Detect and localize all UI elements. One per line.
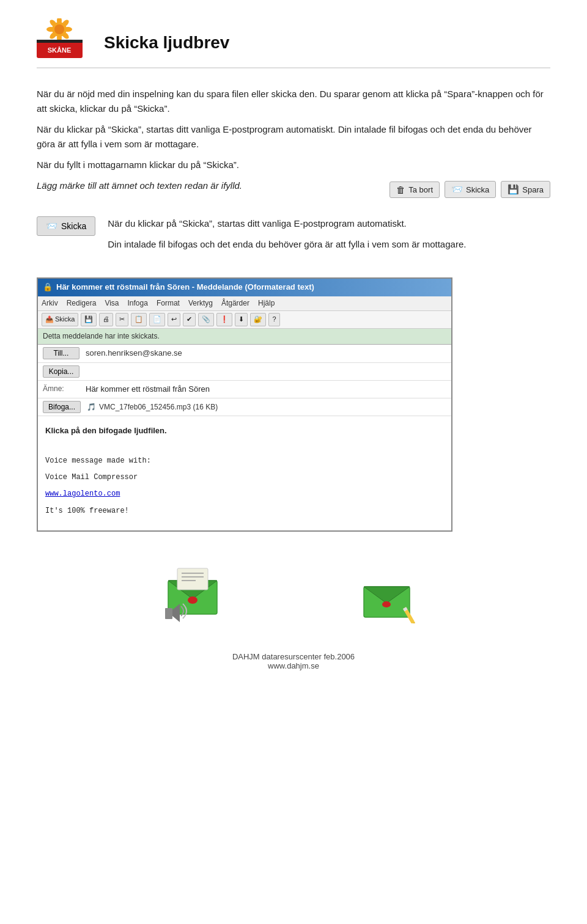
svg-rect-16 [177, 568, 208, 590]
trash-icon: 🗑 [396, 185, 405, 195]
main-content: När du är nöjd med din inspelning kan du… [37, 87, 550, 628]
body-link: www.lagolento.com [45, 488, 444, 500]
svg-text:SKÅNE: SKÅNE [48, 46, 72, 54]
page-title: Skicka ljudbrev [104, 33, 229, 53]
italic-text: Lägg märke till att ämnet och texten red… [37, 178, 365, 193]
skicka-toolbar-label: Skicka [466, 185, 489, 194]
skicka-desc-1: När du klickar på “Skicka”, startas ditt… [108, 216, 466, 231]
till-button[interactable]: Till... [43, 347, 79, 359]
email-tb-copy[interactable]: 📋 [131, 313, 147, 326]
svg-point-9 [54, 24, 64, 34]
email-status-bar: Detta meddelande har inte skickats. [38, 329, 451, 345]
body-line1: Klicka på den bifogade ljudfilen. [45, 425, 444, 438]
body-line4: Voice Mail Compressor [45, 472, 444, 483]
email-amne-row: Ämne: Här kommer ett röstmail från Sören [38, 381, 451, 399]
kopia-button[interactable]: Kopia... [43, 365, 79, 378]
svg-rect-20 [165, 608, 172, 619]
inline-text-col: Lägg märke till att ämnet och texten red… [37, 178, 365, 199]
till-value: soren.henriksen@skane.se [86, 347, 182, 360]
menu-redigera[interactable]: Redigera [67, 298, 97, 309]
email-tb-skicka-label: Skicka [55, 314, 75, 325]
body-line3: Voice message made with: [45, 455, 444, 467]
attach-file: 🎵 VMC_17feb06_152456.mp3 (16 KB) [87, 402, 218, 413]
email-tb-print[interactable]: 🖨 [99, 313, 113, 326]
bifoga-button[interactable]: Bifoga... [43, 401, 81, 413]
spara-toolbar-button[interactable]: 💾 Spara [501, 181, 550, 198]
paragraph-3: När du fyllt i mottagarnamn klickar du p… [37, 158, 550, 172]
spara-toolbar-label: Spara [522, 185, 544, 194]
footer-line2: www.dahjm.se [37, 661, 550, 670]
email-window: 🔒 Här kommer ett röstmail från Sören - M… [37, 277, 452, 532]
menu-verktyg[interactable]: Verktyg [188, 298, 213, 309]
skicka-desc-2: Din intalade fil bifogas och det enda du… [108, 237, 466, 252]
svg-rect-12 [37, 40, 83, 43]
svg-point-7 [46, 27, 55, 32]
menu-arkiv[interactable]: Arkiv [42, 298, 58, 309]
kopia-label: Kopia... [49, 367, 74, 376]
email-tb-cut[interactable]: ✂ [116, 313, 128, 326]
email-body: Klicka på den bifogade ljudfilen. Voice … [38, 416, 451, 530]
email-tb-undo[interactable]: ↩ [168, 313, 180, 326]
email-tb-help[interactable]: ? [268, 313, 279, 326]
skane-logo: SKÅNE [37, 18, 83, 58]
save-icon: 💾 [508, 184, 519, 195]
lock-icon: 🔒 [43, 281, 53, 294]
header: SKÅNE Skicka ljudbrev [37, 18, 550, 68]
skicka-section: 📨 Skicka När du klickar på “Skicka”, sta… [37, 209, 550, 268]
email-bifoga-row: Bifoga... 🎵 VMC_17feb06_152456.mp3 (16 K… [38, 398, 451, 416]
ta-bort-label: Ta bort [408, 185, 433, 194]
email-tb-paste[interactable]: 📄 [149, 313, 165, 326]
skicka-description: När du klickar på “Skicka”, startas ditt… [108, 216, 466, 258]
paragraph-2: När du klickar på “Skicka”, startas ditt… [37, 122, 550, 152]
skicka-standalone-label: Skicka [61, 221, 86, 231]
email-tb-skicka[interactable]: 📤 Skicka [42, 313, 78, 326]
ta-bort-button[interactable]: 🗑 Ta bort [389, 182, 440, 198]
page-container: SKÅNE Skicka ljudbrev När du är nöjd med… [0, 0, 587, 707]
email-send-icon: 📤 [45, 314, 54, 325]
envelope-left [165, 562, 238, 628]
menu-hjalp[interactable]: Hjälp [258, 298, 275, 309]
till-label: Till... [54, 349, 69, 358]
menu-atgarder[interactable]: Åtgärder [221, 298, 249, 309]
email-tb-down[interactable]: ⬇ [235, 313, 248, 326]
menu-format[interactable]: Format [157, 298, 180, 309]
skicka-standalone-icon: 📨 [46, 221, 57, 232]
email-tb-save[interactable]: 💾 [81, 313, 97, 326]
envelope-right [361, 571, 422, 628]
email-till-row: Till... soren.henriksen@skane.se [38, 345, 451, 363]
send-icon: 📨 [451, 184, 463, 195]
email-window-title: Här kommer ett röstmail från Sören - Med… [56, 281, 314, 294]
email-kopia-row: Kopia... [38, 363, 451, 381]
svg-point-15 [188, 596, 198, 604]
menu-infoga[interactable]: Infoga [128, 298, 148, 309]
music-icon: 🎵 [87, 402, 96, 413]
envelope-right-svg [361, 571, 422, 623]
email-menu-bar: Arkiv Redigera Visa Infoga Format Verkty… [38, 296, 451, 311]
skicka-toolbar-button[interactable]: 📨 Skicka [445, 181, 496, 198]
email-tb-sign[interactable]: 🔐 [250, 313, 266, 326]
email-tb-check[interactable]: ✔ [183, 313, 196, 326]
bifoga-value: VMC_17feb06_152456.mp3 (16 KB) [99, 402, 218, 413]
email-toolbar: 📤 Skicka 💾 🖨 ✂ 📋 📄 ↩ ✔ 📎 ❗ ⬇ 🔐 ? [38, 311, 451, 329]
bifoga-label: Bifoga... [48, 403, 75, 411]
svg-point-3 [64, 27, 72, 32]
email-title-bar: 🔒 Här kommer ett röstmail från Sören - M… [38, 279, 451, 296]
amne-label: Ämne: [43, 383, 79, 395]
envelope-left-svg [165, 562, 238, 623]
toolbar-buttons: 🗑 Ta bort 📨 Skicka 💾 Spara [389, 181, 550, 198]
decorative-images [37, 562, 550, 628]
email-tb-priority[interactable]: ❗ [216, 313, 232, 326]
footer-line1: DAHJM dataresurscenter feb.2006 [37, 652, 550, 661]
amne-value: Här kommer ett röstmail från Sören [86, 383, 210, 396]
svg-point-24 [382, 601, 391, 607]
email-status-text: Detta meddelande har inte skickats. [43, 332, 160, 340]
logo-container: SKÅNE [37, 18, 86, 61]
paragraph-1: När du är nöjd med din inspelning kan du… [37, 87, 550, 116]
footer: DAHJM dataresurscenter feb.2006 www.dahj… [37, 652, 550, 670]
email-tb-attach[interactable]: 📎 [198, 313, 214, 326]
skicka-standalone-button[interactable]: 📨 Skicka [37, 216, 95, 236]
inline-area: Lägg märke till att ämnet och texten red… [37, 178, 550, 199]
body-link-text[interactable]: www.lagolento.com [45, 490, 120, 498]
body-line5: It's 100% freeware! [45, 505, 444, 517]
menu-visa[interactable]: Visa [105, 298, 119, 309]
